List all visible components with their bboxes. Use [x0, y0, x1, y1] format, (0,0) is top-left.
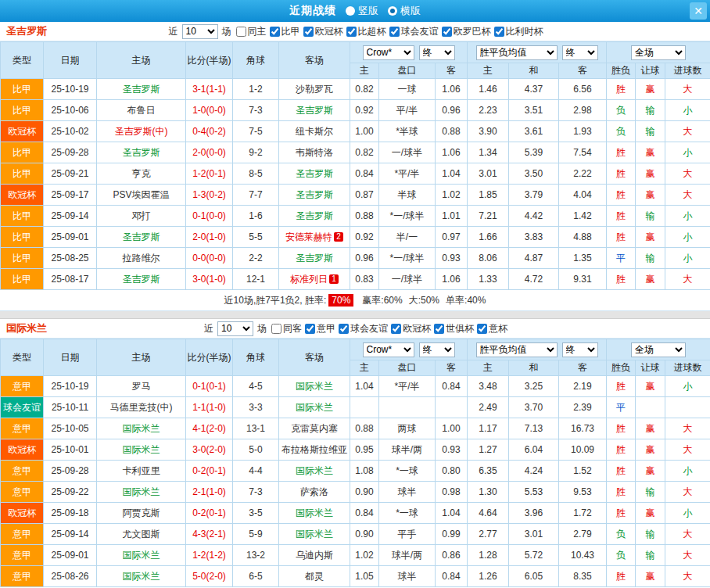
games-count-select[interactable]: 10	[182, 24, 218, 39]
league-filter[interactable]: 意甲	[305, 322, 335, 335]
avg-stage-select[interactable]: 终	[562, 45, 598, 60]
league-filter[interactable]: 意杯	[477, 322, 507, 335]
match-row[interactable]: 意甲25-10-05国际米兰4-1(2-0)13-1克雷莫内塞0.88两球1.0…	[1, 418, 710, 439]
home-team-cell[interactable]: 国际米兰	[97, 566, 186, 587]
odds-company-select[interactable]: Crow*	[363, 45, 414, 60]
home-team-cell[interactable]: 国际米兰	[97, 439, 186, 461]
home-team-cell[interactable]: 卡利亚里	[97, 461, 186, 482]
scope-select[interactable]: 全场	[631, 342, 686, 357]
league-checkbox[interactable]	[303, 27, 314, 37]
same-venue-checkbox[interactable]	[271, 324, 281, 334]
home-team-cell[interactable]: 马德里竞技(中)	[97, 397, 186, 418]
home-team-cell[interactable]: 国际米兰	[97, 482, 186, 503]
away-team-cell[interactable]: 圣吉罗斯	[279, 100, 350, 121]
avg-type-select[interactable]: 胜平负均值	[476, 45, 558, 60]
home-team-cell[interactable]: 圣吉罗斯	[97, 142, 186, 163]
match-row[interactable]: 比甲25-10-19圣吉罗斯3-1(1-1)1-2沙勒罗瓦0.82一球1.061…	[1, 79, 710, 100]
match-row[interactable]: 比甲25-09-14邓打0-1(0-0)1-6圣吉罗斯0.88*一/球半1.01…	[1, 206, 710, 227]
away-team-cell[interactable]: 圣吉罗斯	[279, 248, 350, 269]
league-checkbox[interactable]	[339, 324, 349, 334]
league-filter[interactable]: 欧冠杯	[303, 25, 343, 38]
home-team-cell[interactable]: 国际米兰	[97, 418, 186, 439]
league-checkbox[interactable]	[477, 324, 487, 334]
match-row[interactable]: 比甲25-10-06布鲁日1-0(0-0)7-3圣吉罗斯0.92平/半0.962…	[1, 100, 710, 121]
close-button[interactable]: ✕	[690, 2, 707, 20]
away-team-cell[interactable]: 安德莱赫特2	[279, 227, 350, 248]
league-filter[interactable]: 球会友谊	[389, 25, 439, 38]
league-filter[interactable]: 欧罗巴杯	[442, 25, 491, 38]
away-team-cell[interactable]: 沙勒罗瓦	[279, 79, 350, 100]
league-filter[interactable]: 欧冠杯	[391, 322, 431, 335]
away-team-cell[interactable]: 圣吉罗斯	[279, 206, 350, 227]
same-venue-filter[interactable]: 同主	[236, 25, 267, 38]
home-team-cell[interactable]: PSV埃因霍温	[97, 185, 186, 206]
match-row[interactable]: 欧冠杯25-09-18阿贾克斯0-2(0-1)3-5国际米兰0.84*一球1.0…	[1, 503, 710, 524]
home-team-cell[interactable]: 圣吉罗斯	[97, 79, 186, 100]
scope-select[interactable]: 全场	[631, 45, 686, 60]
match-row[interactable]: 意甲25-09-28卡利亚里0-2(0-1)4-4国际米兰1.08*一球0.80…	[1, 461, 710, 482]
match-row[interactable]: 欧冠杯25-09-17PSV埃因霍温1-3(0-2)7-7圣吉罗斯0.87半球1…	[1, 185, 710, 206]
league-checkbox[interactable]	[442, 27, 452, 37]
match-row[interactable]: 比甲25-08-25拉路维尔0-0(0-0)2-2圣吉罗斯0.96*一/球半0.…	[1, 248, 710, 269]
league-filter[interactable]: 世俱杯	[434, 322, 474, 335]
home-team-cell[interactable]: 圣吉罗斯	[97, 269, 186, 290]
league-checkbox[interactable]	[434, 324, 444, 334]
away-team-cell[interactable]: 纽卡斯尔	[279, 121, 350, 142]
league-filter[interactable]: 比甲	[270, 25, 300, 38]
odds-stage-select[interactable]: 终	[419, 342, 455, 357]
home-team-cell[interactable]: 邓打	[97, 206, 186, 227]
league-checkbox[interactable]	[391, 324, 401, 334]
league-checkbox[interactable]	[389, 27, 400, 37]
games-count-select[interactable]: 10	[217, 321, 253, 336]
league-filter[interactable]: 球会友谊	[339, 322, 388, 335]
match-row[interactable]: 意甲25-09-14尤文图斯4-3(2-1)5-9国际米兰0.90平手0.992…	[1, 524, 710, 545]
home-team-cell[interactable]: 国际米兰	[97, 545, 186, 566]
away-team-cell[interactable]: 国际米兰	[279, 397, 350, 418]
league-checkbox[interactable]	[346, 27, 357, 37]
away-team-cell[interactable]: 国际米兰	[279, 503, 350, 524]
away-team-cell[interactable]: 布拉格斯拉维亚	[279, 439, 350, 461]
avg-type-select[interactable]: 胜平负均值	[476, 342, 558, 357]
away-team-cell[interactable]: 圣吉罗斯	[279, 185, 350, 206]
odds-stage-select[interactable]: 终	[419, 45, 455, 60]
away-team-cell[interactable]: 乌迪内斯	[279, 545, 350, 566]
match-row[interactable]: 比甲25-09-21亨克1-2(0-1)8-5圣吉罗斯0.84*平/半1.043…	[1, 163, 710, 185]
league-checkbox[interactable]	[494, 27, 504, 37]
same-venue-checkbox[interactable]	[236, 27, 246, 37]
avg-stage-select[interactable]: 终	[562, 342, 598, 357]
away-team-cell[interactable]: 克雷莫内塞	[279, 418, 350, 439]
match-row[interactable]: 比甲25-09-28圣吉罗斯2-0(0-0)9-2韦斯特洛0.82一/球半1.0…	[1, 142, 710, 163]
match-row[interactable]: 意甲25-09-22国际米兰2-1(1-0)7-3萨索洛0.90球半0.981.…	[1, 482, 710, 503]
away-team-cell[interactable]: 萨索洛	[279, 482, 350, 503]
away-team-cell[interactable]: 标准列日1	[279, 269, 350, 290]
match-row[interactable]: 欧冠杯25-10-02圣吉罗斯(中)0-4(0-2)7-5纽卡斯尔1.00*半球…	[1, 121, 710, 142]
league-filter[interactable]: 比超杯	[346, 25, 386, 38]
match-row[interactable]: 球会友谊25-10-11马德里竞技(中)1-1(1-0)3-3国际米兰2.493…	[1, 397, 710, 418]
home-team-cell[interactable]: 阿贾克斯	[97, 503, 186, 524]
match-row[interactable]: 意甲25-08-26国际米兰5-0(2-0)6-5都灵1.05球半0.841.2…	[1, 566, 710, 587]
league-filter[interactable]: 比利时杯	[494, 25, 543, 38]
home-team-cell[interactable]: 圣吉罗斯	[97, 227, 186, 248]
match-row[interactable]: 欧冠杯25-10-01国际米兰3-0(2-0)5-0布拉格斯拉维亚0.95球半/…	[1, 439, 710, 461]
away-team-cell[interactable]: 圣吉罗斯	[279, 163, 350, 185]
away-team-cell[interactable]: 都灵	[279, 566, 350, 587]
same-venue-filter[interactable]: 同客	[271, 322, 302, 335]
league-checkbox[interactable]	[305, 324, 315, 334]
match-row[interactable]: 比甲25-08-17圣吉罗斯3-0(1-0)12-1标准列日10.83一/球半1…	[1, 269, 710, 290]
away-team-cell[interactable]: 国际米兰	[279, 524, 350, 545]
home-team-cell[interactable]: 拉路维尔	[97, 248, 186, 269]
home-team-cell[interactable]: 亨克	[97, 163, 186, 185]
away-team-cell[interactable]: 国际米兰	[279, 376, 350, 397]
match-row[interactable]: 比甲25-09-01圣吉罗斯2-0(1-0)5-5安德莱赫特20.92半/一0.…	[1, 227, 710, 248]
away-team-cell[interactable]: 国际米兰	[279, 461, 350, 482]
odds-company-select[interactable]: Crow*	[363, 342, 414, 357]
home-team-cell[interactable]: 尤文图斯	[97, 524, 186, 545]
league-checkbox[interactable]	[270, 27, 280, 37]
home-team-cell[interactable]: 布鲁日	[97, 100, 186, 121]
away-team-cell[interactable]: 韦斯特洛	[279, 142, 350, 163]
home-team-cell[interactable]: 罗马	[97, 376, 186, 397]
home-team-cell[interactable]: 圣吉罗斯(中)	[97, 121, 186, 142]
layout-horizontal-radio[interactable]: 横版	[388, 4, 421, 18]
layout-vertical-radio[interactable]: 竖版	[346, 4, 378, 18]
match-row[interactable]: 意甲25-10-19罗马0-1(0-1)4-5国际米兰1.04*平/半0.843…	[1, 376, 710, 397]
